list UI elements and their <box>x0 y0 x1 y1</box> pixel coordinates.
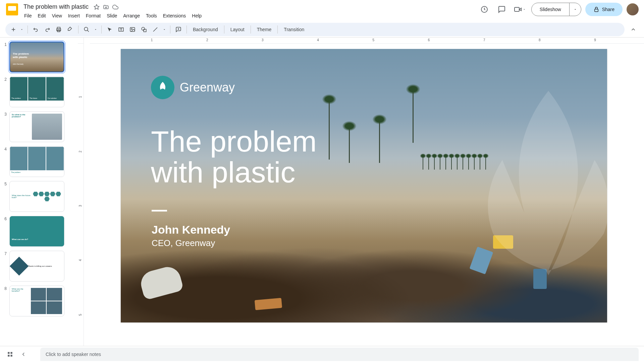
zoom-dropdown[interactable] <box>93 24 99 35</box>
slide-thumb-row: 3 So what is the problem? <box>3 111 75 142</box>
main-slide[interactable]: Greenway The problemwith plastic John Ke… <box>121 49 607 322</box>
redo-button[interactable] <box>42 24 53 35</box>
canvas-area: 1 2 3 4 5 6 7 8 9 1 2 3 4 5 <box>78 38 644 346</box>
line-tool[interactable] <box>150 24 161 35</box>
print-button[interactable] <box>53 24 64 35</box>
chevron-down-icon <box>574 8 577 11</box>
menu-insert[interactable]: Insert <box>65 12 83 20</box>
slide-number: 3 <box>3 111 9 117</box>
slide-thumb-row: 2 The problem The future Our solution <box>3 76 75 107</box>
shape-tool[interactable] <box>139 24 149 35</box>
user-avatar[interactable] <box>627 3 639 15</box>
svg-rect-16 <box>11 355 12 356</box>
comments-icon[interactable] <box>495 3 508 16</box>
menu-extensions[interactable]: Extensions <box>160 12 189 20</box>
slide-title[interactable]: The problemwith plastic <box>151 126 317 188</box>
menu-view[interactable]: View <box>49 12 65 20</box>
slideshow-dropdown[interactable] <box>569 3 581 16</box>
speaker-notes-input[interactable]: Click to add speaker notes <box>40 348 639 361</box>
slide-divider <box>152 210 167 212</box>
title-row: The problem with plastic <box>21 3 478 11</box>
svg-rect-2 <box>515 7 519 11</box>
horizontal-ruler[interactable]: 1 2 3 4 5 6 7 8 9 <box>90 38 644 44</box>
undo-button[interactable] <box>31 24 41 35</box>
palm-tree-decoration <box>413 89 414 143</box>
collapse-toolbar[interactable] <box>628 24 639 35</box>
comment-button[interactable] <box>173 24 184 35</box>
app-logo[interactable] <box>5 3 19 16</box>
slide-number: 2 <box>3 76 9 82</box>
slide-thumbnail-1[interactable]: The problemwith plastic John Kennedy <box>9 42 64 72</box>
svg-rect-13 <box>8 352 9 354</box>
slide-thumbnail-6[interactable]: What can we do? <box>9 216 64 247</box>
slide-brand-logo[interactable]: Greenway <box>151 76 235 99</box>
grid-view-button[interactable] <box>5 350 15 359</box>
chevron-down-icon[interactable] <box>19 24 25 35</box>
paint-format-button[interactable] <box>65 24 75 35</box>
new-slide-button[interactable] <box>8 24 25 35</box>
app-header: The problem with plastic File Edit View … <box>0 0 644 21</box>
share-label: Share <box>602 7 614 12</box>
svg-marker-0 <box>94 4 99 9</box>
textbox-tool[interactable] <box>116 24 126 35</box>
slide-thumb-row: 7 Plastic is killing our oceans <box>3 251 75 282</box>
slide-panel[interactable]: 1 The problemwith plastic John Kennedy 2… <box>0 38 78 346</box>
main-area: 1 The problemwith plastic John Kennedy 2… <box>0 38 644 346</box>
slide-thumbnail-8[interactable]: What are the benefits? <box>9 286 64 316</box>
svg-rect-12 <box>144 29 146 32</box>
slide-thumbnail-3[interactable]: So what is the problem? <box>9 111 64 142</box>
title-area: The problem with plastic File Edit View … <box>21 3 478 20</box>
slideshow-button[interactable]: Slideshow <box>531 3 570 16</box>
menu-edit[interactable]: Edit <box>35 12 49 20</box>
slide-thumb-row: 8 What are the benefits? <box>3 286 75 316</box>
transition-button[interactable]: Transition <box>280 25 308 34</box>
menu-file[interactable]: File <box>21 12 35 20</box>
leaf-watermark <box>456 66 607 300</box>
slide-number: 7 <box>3 251 9 256</box>
slide-thumbnail-5[interactable]: What does the future hold? <box>9 181 64 212</box>
slide-thumbnail-4[interactable]: The problem <box>9 146 64 177</box>
slide-number: 6 <box>3 216 9 221</box>
layout-button[interactable]: Layout <box>227 25 248 34</box>
menu-format[interactable]: Format <box>83 12 103 20</box>
menu-slide[interactable]: Slide <box>104 12 120 20</box>
theme-button[interactable]: Theme <box>254 25 275 34</box>
slide-subtitle[interactable]: CEO, Greenway <box>152 238 215 248</box>
menu-tools[interactable]: Tools <box>143 12 160 20</box>
chevron-down-icon <box>523 8 526 11</box>
meet-button[interactable] <box>513 5 527 13</box>
svg-rect-15 <box>8 355 9 356</box>
line-dropdown[interactable] <box>161 24 167 35</box>
slide-thumbnail-2[interactable]: The problem The future Our solution <box>9 76 64 107</box>
slide-number: 5 <box>3 181 9 186</box>
svg-point-11 <box>142 27 145 30</box>
header-right: Slideshow Share <box>478 3 639 16</box>
star-icon[interactable] <box>93 4 100 10</box>
slide-number: 1 <box>3 42 9 47</box>
slide-author[interactable]: John Kennedy <box>152 223 230 236</box>
brand-name: Greenway <box>180 80 235 95</box>
history-icon[interactable] <box>478 3 491 16</box>
menu-arrange[interactable]: Arrange <box>120 12 143 20</box>
share-button[interactable]: Share <box>585 3 623 16</box>
slides-logo-icon <box>6 3 18 15</box>
canvas[interactable]: Greenway The problemwith plastic John Ke… <box>84 44 644 346</box>
speaker-notes-placeholder: Click to add speaker notes <box>46 352 101 357</box>
palm-tree-decoration <box>329 99 330 160</box>
move-icon[interactable] <box>103 4 109 10</box>
zoom-button[interactable] <box>81 24 92 35</box>
document-title[interactable]: The problem with plastic <box>21 3 91 11</box>
background-button[interactable]: Background <box>190 25 221 34</box>
svg-point-7 <box>84 27 88 31</box>
slide-thumb-row: 6 What can we do? <box>3 216 75 247</box>
image-tool[interactable] <box>127 24 138 35</box>
menu-help[interactable]: Help <box>189 12 204 20</box>
vertical-ruler[interactable]: 1 2 3 4 5 <box>78 44 84 346</box>
slide-thumb-row: 1 The problemwith plastic John Kennedy <box>3 42 75 72</box>
slide-thumb-row: 5 What does the future hold? <box>3 181 75 212</box>
cloud-status-icon[interactable] <box>112 4 119 10</box>
slide-thumbnail-7[interactable]: Plastic is killing our oceans <box>9 251 64 282</box>
collapse-filmstrip-button[interactable] <box>19 350 28 359</box>
select-tool[interactable] <box>104 24 115 35</box>
slide-thumb-row: 4 The problem <box>3 146 75 177</box>
